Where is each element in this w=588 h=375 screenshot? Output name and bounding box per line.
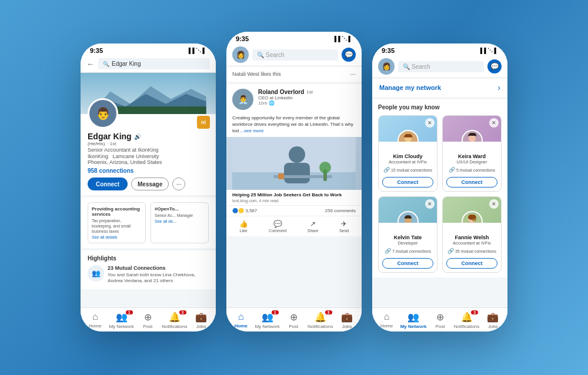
nav2-notifications[interactable]: 🔔 3 Notifications (308, 312, 333, 329)
post-author-name: Roland Overlord (258, 89, 304, 95)
comment-button[interactable]: 💬 Comment (269, 220, 286, 233)
nav2-home[interactable]: ⌂ Home (230, 312, 252, 329)
mutual-icon-keira: 🔗 (449, 167, 455, 173)
service-link-2[interactable]: See all de... (155, 219, 205, 223)
home-icon-2: ⌂ (238, 312, 244, 322)
keira-title: UX/UI Designer (446, 159, 497, 165)
kim-mutual: 🔗 15 mutual connections (382, 167, 433, 173)
nav-network[interactable]: 👥 1 My Network (109, 312, 133, 329)
pymk-card-kim: ✕ (378, 115, 437, 192)
mutual-connections-icon: 👥 (88, 265, 104, 282)
post-options-button[interactable]: ··· (350, 70, 356, 78)
network-label-3: My Network (400, 324, 427, 329)
notifications-label-2: Notifications (308, 324, 333, 329)
network-search-box[interactable]: 🔍 Search (398, 61, 484, 72)
network-icon-3: 👥 (407, 312, 419, 323)
nav-home[interactable]: ⌂ Home (85, 312, 106, 329)
post-caption: Helping 25 Million Job Seekers Get Back … (226, 190, 362, 199)
jobs-label: Jobs (196, 324, 206, 329)
feed-nav-bar: 👩 🔍 Search 💬 (226, 43, 362, 66)
message-button[interactable]: Message (131, 178, 169, 190)
post-header: 👨‍💼 Roland Overlord 1st CEO at LinkedIn … (226, 84, 362, 112)
nav3-jobs[interactable]: 💼 Jobs (482, 312, 503, 329)
search-icon: 🔍 (103, 61, 109, 67)
see-more-link[interactable]: ...see more (240, 128, 263, 133)
kim-name: Kim Cloudy (382, 153, 433, 159)
post-source: lord.king.com, 4 min read (226, 199, 362, 205)
nav-post[interactable]: ⊕ Post (137, 312, 158, 329)
connect-fannie-button[interactable]: Connect (446, 258, 497, 269)
mutual-icon-kelvin: 🔗 (385, 248, 391, 254)
back-button[interactable]: ← (86, 59, 95, 69)
dismiss-keira-button[interactable]: ✕ (489, 118, 499, 128)
pymk-grid: ✕ (378, 115, 502, 273)
post-connection: 1st (306, 89, 313, 95)
jobs-label-3: Jobs (488, 324, 498, 329)
nav3-home[interactable]: ⌂ Home (376, 312, 397, 329)
network-messages-button[interactable]: 💬 (487, 59, 502, 73)
highlights-section: Highlights 👥 23 Mutual Connections You a… (81, 250, 216, 289)
jobs-label-2: Jobs (342, 324, 352, 329)
like-icon: 👍 (239, 220, 248, 228)
network-badge: 1 (126, 310, 133, 314)
dismiss-fannie-button[interactable]: ✕ (489, 199, 499, 209)
dismiss-kelvin-button[interactable]: ✕ (425, 199, 435, 209)
service-link-1[interactable]: See all details (92, 235, 142, 239)
pymk-card-fannie: ✕ (442, 196, 502, 273)
post-author-title: CEO at LinkedIn (258, 95, 313, 101)
post-actions: 👍 Like 💬 Comment ↗ Share ✈ (226, 216, 362, 236)
notifications-label-3: Notifications (454, 324, 480, 329)
send-button[interactable]: ✈ Send (339, 220, 349, 233)
nav-jobs[interactable]: 💼 Jobs (191, 312, 212, 329)
kelvin-mutual: 🔗 7 mutual connections (382, 248, 433, 254)
connect-keira-button[interactable]: Connect (446, 177, 497, 188)
nav3-notifications[interactable]: 🔔 3 Notifications (454, 312, 480, 329)
post-likes-count: 🔵🟡 3,587 (232, 208, 257, 213)
manage-network-label: Manage my network (379, 84, 441, 91)
highlight-item: 👥 23 Mutual Connections You and Sarah bo… (88, 265, 209, 284)
bottom-nav-3: ⌂ Home 👥 My Network ⊕ Post 🔔 3 Notificat… (372, 307, 507, 332)
home-icon: ⌂ (92, 312, 98, 322)
messages-button[interactable]: 💬 (342, 48, 356, 62)
like-button[interactable]: 👍 Like (239, 220, 248, 233)
pymk-section: People you may know ✕ (372, 99, 507, 277)
post-time: 10m 🌐 (258, 101, 313, 106)
connect-kelvin-button[interactable]: Connect (382, 258, 433, 269)
svg-point-5 (289, 146, 305, 163)
feed-search-placeholder: Search (266, 52, 285, 58)
nav2-jobs[interactable]: 💼 Jobs (336, 312, 358, 329)
nav3-post[interactable]: ⊕ Post (430, 312, 451, 329)
share-icon: ↗ (310, 220, 316, 228)
send-icon: ✈ (341, 220, 347, 228)
share-button[interactable]: ↗ Share (308, 220, 319, 233)
dismiss-kim-button[interactable]: ✕ (425, 118, 435, 128)
nav2-network[interactable]: 👥 1 My Network (255, 312, 279, 329)
status-time-3: 9:35 (382, 47, 395, 54)
home-icon-3: ⌂ (384, 312, 390, 322)
natali-activity: Natali West likes this ··· (226, 66, 362, 82)
more-button[interactable]: ··· (172, 178, 185, 190)
nav2-post[interactable]: ⊕ Post (283, 312, 304, 329)
notifications-badge-3: 3 (471, 310, 478, 314)
kim-title: Accountant at IVFix (382, 159, 433, 165)
status-icons: ▐▐ ⋱ ▌ (187, 48, 206, 53)
manage-network-bar[interactable]: Manage my network › (372, 78, 507, 97)
service-desc-1: Tax preparation, bookeping, and small bu… (92, 218, 142, 234)
bottom-nav-2: ⌂ Home 👥 1 My Network ⊕ Post 🔔 3 Notific… (226, 307, 362, 332)
status-icons-2: ▐▐ ⋱ ▌ (333, 36, 352, 42)
keira-card-body: Keira Ward UX/UI Designer 🔗 5 mutual con… (443, 142, 501, 191)
pronouns: (He/His) (88, 141, 105, 146)
search-box[interactable]: 🔍 Edgar King (98, 58, 210, 69)
pymk-card-keira: ✕ (442, 115, 502, 192)
profile-content: 👨 ni Edgar King 🔊 (He/His) · 1st Senior … (81, 73, 216, 307)
feed-search-box[interactable]: 🔍 Search (252, 49, 338, 61)
fannie-title: Accountant at IVFix (446, 240, 497, 246)
connect-kim-button[interactable]: Connect (382, 177, 433, 188)
connect-button[interactable]: Connect (88, 178, 128, 190)
notifications-label: Notifications (162, 324, 188, 329)
nav3-network[interactable]: 👥 My Network (400, 312, 427, 329)
network-search-icon: 🔍 (403, 63, 410, 70)
profile-connections[interactable]: 958 connections (88, 168, 209, 174)
kelvin-name: Kelvin Tate (382, 235, 433, 240)
nav-notifications[interactable]: 🔔 3 Notifications (162, 312, 188, 329)
